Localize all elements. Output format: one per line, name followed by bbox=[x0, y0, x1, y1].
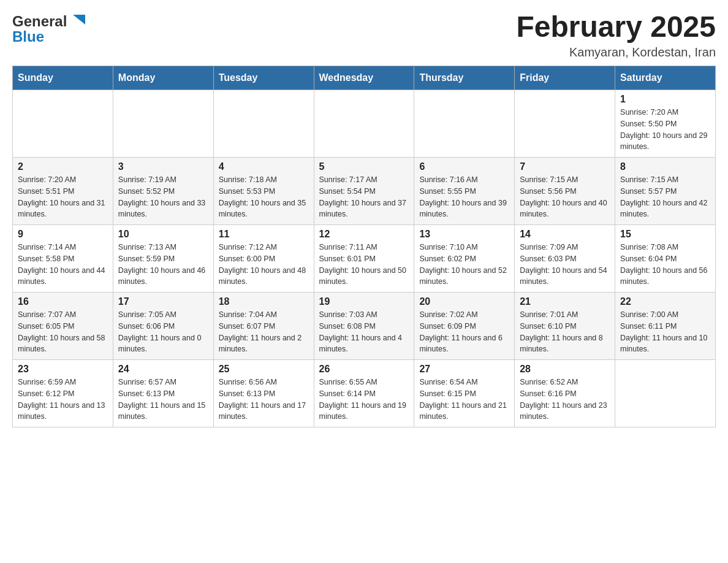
logo-general-text: General bbox=[12, 13, 67, 30]
day-number: 5 bbox=[319, 161, 409, 172]
calendar-cell: 17Sunrise: 7:05 AMSunset: 6:06 PMDayligh… bbox=[113, 293, 213, 360]
month-title: February 2025 bbox=[516, 12, 716, 42]
calendar-cell: 5Sunrise: 7:17 AMSunset: 5:54 PMDaylight… bbox=[314, 158, 414, 225]
calendar-cell bbox=[213, 90, 314, 158]
day-number: 3 bbox=[118, 161, 208, 172]
calendar-cell: 4Sunrise: 7:18 AMSunset: 5:53 PMDaylight… bbox=[213, 158, 314, 225]
day-info: Sunrise: 6:59 AMSunset: 6:12 PMDaylight:… bbox=[18, 377, 108, 423]
day-number: 13 bbox=[419, 229, 509, 240]
day-number: 18 bbox=[219, 296, 309, 307]
calendar-cell: 2Sunrise: 7:20 AMSunset: 5:51 PMDaylight… bbox=[13, 158, 113, 225]
logo-blue-text: Blue bbox=[12, 28, 44, 45]
day-info: Sunrise: 7:20 AMSunset: 5:51 PMDaylight:… bbox=[18, 174, 108, 220]
day-info: Sunrise: 6:57 AMSunset: 6:13 PMDaylight:… bbox=[118, 377, 208, 423]
day-info: Sunrise: 7:09 AMSunset: 6:03 PMDaylight:… bbox=[520, 242, 610, 288]
day-number: 21 bbox=[520, 296, 610, 307]
day-info: Sunrise: 7:10 AMSunset: 6:02 PMDaylight:… bbox=[419, 242, 509, 288]
calendar-table: SundayMondayTuesdayWednesdayThursdayFrid… bbox=[12, 66, 716, 427]
day-info: Sunrise: 7:18 AMSunset: 5:53 PMDaylight:… bbox=[219, 174, 309, 220]
day-info: Sunrise: 7:04 AMSunset: 6:07 PMDaylight:… bbox=[219, 309, 309, 355]
day-number: 22 bbox=[620, 296, 710, 307]
day-number: 24 bbox=[118, 364, 208, 375]
page-header: General Blue February 2025 Kamyaran, Kor… bbox=[12, 12, 716, 59]
day-info: Sunrise: 7:12 AMSunset: 6:00 PMDaylight:… bbox=[219, 242, 309, 288]
calendar-cell: 18Sunrise: 7:04 AMSunset: 6:07 PMDayligh… bbox=[213, 293, 314, 360]
day-number: 4 bbox=[219, 161, 309, 172]
day-number: 15 bbox=[620, 229, 710, 240]
day-info: Sunrise: 7:16 AMSunset: 5:55 PMDaylight:… bbox=[419, 174, 509, 220]
day-number: 19 bbox=[319, 296, 409, 307]
week-row-1: 1Sunrise: 7:20 AMSunset: 5:50 PMDaylight… bbox=[13, 90, 716, 158]
calendar-cell: 24Sunrise: 6:57 AMSunset: 6:13 PMDayligh… bbox=[113, 360, 213, 427]
day-number: 20 bbox=[419, 296, 509, 307]
day-number: 27 bbox=[419, 364, 509, 375]
day-info: Sunrise: 6:52 AMSunset: 6:16 PMDaylight:… bbox=[520, 377, 610, 423]
calendar-cell: 7Sunrise: 7:15 AMSunset: 5:56 PMDaylight… bbox=[515, 158, 615, 225]
calendar-cell: 8Sunrise: 7:15 AMSunset: 5:57 PMDaylight… bbox=[615, 158, 716, 225]
calendar-cell: 19Sunrise: 7:03 AMSunset: 6:08 PMDayligh… bbox=[314, 293, 414, 360]
calendar-cell: 22Sunrise: 7:00 AMSunset: 6:11 PMDayligh… bbox=[615, 293, 716, 360]
day-number: 14 bbox=[520, 229, 610, 240]
day-number: 1 bbox=[620, 94, 710, 105]
day-number: 25 bbox=[219, 364, 309, 375]
calendar-cell: 10Sunrise: 7:13 AMSunset: 5:59 PMDayligh… bbox=[113, 225, 213, 293]
calendar-cell: 27Sunrise: 6:54 AMSunset: 6:15 PMDayligh… bbox=[414, 360, 515, 427]
week-row-4: 16Sunrise: 7:07 AMSunset: 6:05 PMDayligh… bbox=[13, 293, 716, 360]
day-info: Sunrise: 6:55 AMSunset: 6:14 PMDaylight:… bbox=[319, 377, 409, 423]
day-number: 23 bbox=[18, 364, 108, 375]
day-info: Sunrise: 7:02 AMSunset: 6:09 PMDaylight:… bbox=[419, 309, 509, 355]
day-info: Sunrise: 6:54 AMSunset: 6:15 PMDaylight:… bbox=[419, 377, 509, 423]
day-info: Sunrise: 7:07 AMSunset: 6:05 PMDaylight:… bbox=[18, 309, 108, 355]
day-info: Sunrise: 7:15 AMSunset: 5:56 PMDaylight:… bbox=[520, 174, 610, 220]
calendar-cell bbox=[414, 90, 515, 158]
calendar-cell: 21Sunrise: 7:01 AMSunset: 6:10 PMDayligh… bbox=[515, 293, 615, 360]
calendar-cell: 14Sunrise: 7:09 AMSunset: 6:03 PMDayligh… bbox=[515, 225, 615, 293]
day-info: Sunrise: 7:17 AMSunset: 5:54 PMDaylight:… bbox=[319, 174, 409, 220]
day-info: Sunrise: 7:03 AMSunset: 6:08 PMDaylight:… bbox=[319, 309, 409, 355]
calendar-cell bbox=[13, 90, 113, 158]
day-info: Sunrise: 7:19 AMSunset: 5:52 PMDaylight:… bbox=[118, 174, 208, 220]
calendar-cell: 23Sunrise: 6:59 AMSunset: 6:12 PMDayligh… bbox=[13, 360, 113, 427]
header-wednesday: Wednesday bbox=[314, 66, 414, 90]
day-number: 7 bbox=[520, 161, 610, 172]
day-info: Sunrise: 7:05 AMSunset: 6:06 PMDaylight:… bbox=[118, 309, 208, 355]
day-info: Sunrise: 7:01 AMSunset: 6:10 PMDaylight:… bbox=[520, 309, 610, 355]
day-info: Sunrise: 7:11 AMSunset: 6:01 PMDaylight:… bbox=[319, 242, 409, 288]
header-friday: Friday bbox=[515, 66, 615, 90]
calendar-cell: 9Sunrise: 7:14 AMSunset: 5:58 PMDaylight… bbox=[13, 225, 113, 293]
day-number: 6 bbox=[419, 161, 509, 172]
day-number: 26 bbox=[319, 364, 409, 375]
svg-marker-0 bbox=[73, 15, 85, 25]
day-number: 11 bbox=[219, 229, 309, 240]
calendar-header-row: SundayMondayTuesdayWednesdayThursdayFrid… bbox=[13, 66, 716, 90]
day-number: 9 bbox=[18, 229, 108, 240]
day-info: Sunrise: 7:13 AMSunset: 5:59 PMDaylight:… bbox=[118, 242, 208, 288]
day-number: 16 bbox=[18, 296, 108, 307]
week-row-5: 23Sunrise: 6:59 AMSunset: 6:12 PMDayligh… bbox=[13, 360, 716, 427]
day-info: Sunrise: 7:08 AMSunset: 6:04 PMDaylight:… bbox=[620, 242, 710, 288]
calendar-cell: 20Sunrise: 7:02 AMSunset: 6:09 PMDayligh… bbox=[414, 293, 515, 360]
header-thursday: Thursday bbox=[414, 66, 515, 90]
logo: General Blue bbox=[12, 12, 86, 45]
calendar-cell: 11Sunrise: 7:12 AMSunset: 6:00 PMDayligh… bbox=[213, 225, 314, 293]
day-info: Sunrise: 7:15 AMSunset: 5:57 PMDaylight:… bbox=[620, 174, 710, 220]
day-info: Sunrise: 7:14 AMSunset: 5:58 PMDaylight:… bbox=[18, 242, 108, 288]
calendar-cell: 25Sunrise: 6:56 AMSunset: 6:13 PMDayligh… bbox=[213, 360, 314, 427]
calendar-cell: 6Sunrise: 7:16 AMSunset: 5:55 PMDaylight… bbox=[414, 158, 515, 225]
day-number: 17 bbox=[118, 296, 208, 307]
calendar-cell: 26Sunrise: 6:55 AMSunset: 6:14 PMDayligh… bbox=[314, 360, 414, 427]
calendar-cell: 15Sunrise: 7:08 AMSunset: 6:04 PMDayligh… bbox=[615, 225, 716, 293]
day-number: 12 bbox=[319, 229, 409, 240]
calendar-cell: 28Sunrise: 6:52 AMSunset: 6:16 PMDayligh… bbox=[515, 360, 615, 427]
day-info: Sunrise: 6:56 AMSunset: 6:13 PMDaylight:… bbox=[219, 377, 309, 423]
calendar-cell: 3Sunrise: 7:19 AMSunset: 5:52 PMDaylight… bbox=[113, 158, 213, 225]
week-row-2: 2Sunrise: 7:20 AMSunset: 5:51 PMDaylight… bbox=[13, 158, 716, 225]
logo-icon bbox=[68, 12, 86, 31]
location-title: Kamyaran, Kordestan, Iran bbox=[516, 45, 716, 59]
calendar-cell bbox=[615, 360, 716, 427]
day-number: 8 bbox=[620, 161, 710, 172]
day-number: 28 bbox=[520, 364, 610, 375]
day-number: 2 bbox=[18, 161, 108, 172]
day-info: Sunrise: 7:20 AMSunset: 5:50 PMDaylight:… bbox=[620, 107, 710, 153]
calendar-cell: 13Sunrise: 7:10 AMSunset: 6:02 PMDayligh… bbox=[414, 225, 515, 293]
